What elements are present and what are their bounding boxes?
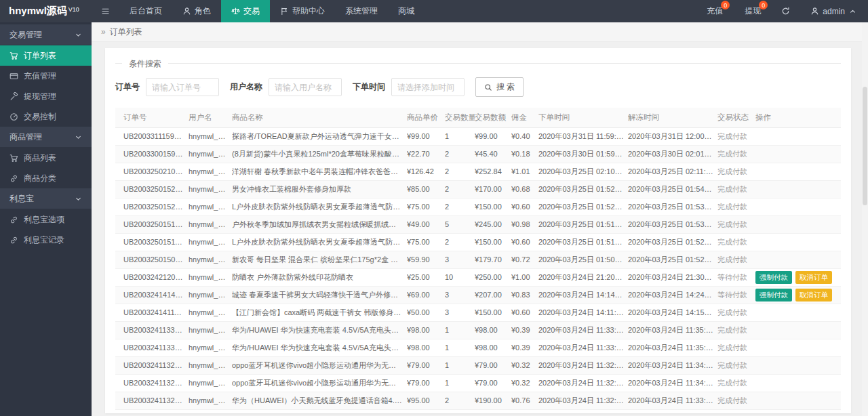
cancel-order-button[interactable]: 取消订单 <box>795 289 832 301</box>
cell-status: 完成付款 <box>717 163 755 180</box>
order-time-input[interactable] <box>391 78 465 96</box>
cell-order_no: UB2003241414267659 <box>115 286 189 304</box>
table-row: UB2003241132522736hnymwl_comoppo蓝牙耳机迷你vi… <box>115 356 841 374</box>
search-legend: 条件搜索 <box>122 58 168 70</box>
cell-qty: 1 <box>445 356 475 374</box>
cell-user: hnymwl_com <box>189 215 232 233</box>
cancel-order-button[interactable]: 取消订单 <box>795 271 832 284</box>
cell-user: hnymwl_com <box>189 251 232 268</box>
cell-amount: ¥150.00 <box>475 198 511 215</box>
cell-actions <box>755 251 841 268</box>
cell-price: ¥79.00 <box>407 356 445 374</box>
cell-price: ¥75.00 <box>407 233 445 251</box>
nav-item-trade[interactable]: 交易 <box>221 0 270 22</box>
nav-menu: 后台首页角色交易帮助中心系统管理商城 <box>119 0 425 22</box>
cell-order_no: UB2003241133302582 <box>115 321 189 339</box>
cell-product: 华为/HUAWEI 华为快速充电套装 4.5V/5A充电头+type-c线 华为… <box>232 321 407 339</box>
cell-unfreeze_time: 2020年03月30日 02:01:26 <box>628 145 717 163</box>
sidebar-group-lixibao[interactable]: 利息宝 <box>0 188 92 209</box>
admin-menu[interactable]: admin <box>800 0 868 22</box>
sidebar-group-goods-manage[interactable]: 商品管理 <box>0 127 92 147</box>
cell-actions <box>755 198 841 215</box>
table-row: UB2003250151435387hnymwl_com户外秋冬季加绒加厚抓绒衣… <box>115 215 841 233</box>
force-pay-button[interactable]: 强制付款 <box>755 289 792 301</box>
app-logo-version: V10 <box>68 6 79 13</box>
cell-commission: ¥0.39 <box>511 321 538 339</box>
cell-status: 完成付款 <box>717 215 755 233</box>
cell-price: ¥95.00 <box>407 392 445 409</box>
cart-icon <box>9 51 18 60</box>
cell-amount: ¥150.00 <box>475 304 511 321</box>
cell-unfreeze_time: 2020年03月25日 01:52:31 <box>628 233 717 251</box>
force-pay-button[interactable]: 强制付款 <box>755 271 792 284</box>
cell-actions <box>755 180 841 198</box>
username-label: 用户名称 <box>230 81 262 93</box>
user-icon <box>810 7 819 16</box>
nav-item-help[interactable]: 帮助中心 <box>270 0 335 22</box>
cell-actions <box>755 304 841 321</box>
cell-qty: 1 <box>445 127 475 145</box>
order-no-label: 订单号 <box>115 81 140 93</box>
cell-order_no: UB2003250151122348 <box>115 233 189 251</box>
sidebar-item-trade-control[interactable]: 交易控制 <box>0 106 92 127</box>
username-input[interactable] <box>269 78 342 96</box>
cell-product: 华为（HUAWEI）小天鹅无线蓝牙免提通话音箱4.0 便携户外/车载迷你音响AM… <box>232 392 407 409</box>
nav-item-role[interactable]: 角色 <box>172 0 221 22</box>
sidebar-item-order-list[interactable]: 订单列表 <box>0 45 92 66</box>
page-scrollbar-thumb[interactable] <box>863 87 867 205</box>
nav-item-system[interactable]: 系统管理 <box>335 0 388 22</box>
cell-order_time: 2020年03月24日 11:32:52 <box>538 374 628 392</box>
table-row: UB2003242120308856hnymwl_com防晒衣 户外薄款防紫外线… <box>115 268 841 286</box>
cell-price: ¥99.00 <box>407 127 445 145</box>
cell-unfreeze_time: 2020年03月24日 11:35:17 <box>628 339 717 356</box>
cell-user: hnymwl_com <box>189 304 232 321</box>
cell-commission: ¥0.32 <box>511 374 538 392</box>
order-table: 订单号用户名商品名称商品单价交易数量交易数额佣金下单时间解冻时间交易状态操作 U… <box>115 108 841 410</box>
withdraw-button[interactable]: 提现 0 <box>734 0 772 22</box>
cell-product: oppo蓝牙耳机迷你vivo超小隐形运动通用华为无线耳塞超长待机开车 <box>232 374 407 392</box>
cell-price: ¥25.00 <box>407 268 445 286</box>
table-header-row: 订单号用户名商品名称商品单价交易数量交易数额佣金下单时间解冻时间交易状态操作 <box>115 108 841 127</box>
cell-order_time: 2020年03月24日 14:11:17 <box>538 304 628 321</box>
cell-order_time: 2020年03月24日 11:33:30 <box>538 321 628 339</box>
cell-status: 完成付款 <box>717 356 755 374</box>
recharge-button[interactable]: 充值 0 <box>696 0 734 22</box>
cell-actions: 强制付款取消订单 <box>755 286 841 304</box>
sidebar-group-trade-manage[interactable]: 交易管理 <box>0 24 92 45</box>
sidebar-toggle-button[interactable] <box>92 0 119 22</box>
nav-item-home[interactable]: 后台首页 <box>119 0 172 22</box>
sidebar-item-lixibao-options[interactable]: 利息宝选项 <box>0 209 92 230</box>
column-header-5: 交易数额 <box>475 108 511 127</box>
cell-product: 洋湖轩榭 春秋季新款中老年男装连帽冲锋衣爸爸装休闲夹克衫外套男A <box>232 163 407 180</box>
cell-commission: ¥0.60 <box>511 233 538 251</box>
sidebar-item-recharge-manage[interactable]: 充值管理 <box>0 66 92 86</box>
nav-item-label: 后台首页 <box>130 5 162 17</box>
search-button[interactable]: 搜 索 <box>475 77 524 97</box>
nav-item-label: 角色 <box>195 5 211 17</box>
nav-item-label: 交易 <box>243 5 260 17</box>
cell-actions <box>755 145 841 163</box>
cell-order_no: UB2003250151435387 <box>115 215 189 233</box>
cell-actions <box>755 321 841 339</box>
sidebar-item-goods-category[interactable]: 商品分类 <box>0 168 92 188</box>
search-row: 订单号 用户名称 下单时间 搜 索 <box>105 77 851 97</box>
cell-unfreeze_time: 2020年03月24日 11:35:17 <box>628 321 717 339</box>
sidebar-item-lixibao-records[interactable]: 利息宝记录 <box>0 230 92 250</box>
cell-qty: 1 <box>445 321 475 339</box>
cell-amount: ¥250.00 <box>475 268 511 286</box>
order-no-input[interactable] <box>146 78 219 96</box>
cell-status: 完成付款 <box>717 127 755 145</box>
table-row: UB2003300159471543hnymwl_com(8月新货)蒙牛小真果粒… <box>115 145 841 163</box>
cell-order_time: 2020年03月31日 11:59:36 <box>538 127 628 145</box>
refresh-button[interactable] <box>772 0 800 22</box>
sidebar-item-withdraw-manage[interactable]: 提现管理 <box>0 86 92 106</box>
cell-price: ¥69.00 <box>407 286 445 304</box>
hammer-icon <box>9 92 18 101</box>
sidebar-item-goods-list[interactable]: 商品列表 <box>0 148 92 168</box>
page-scrollbar[interactable] <box>862 22 868 416</box>
nav-item-mall[interactable]: 商城 <box>388 0 425 22</box>
sidebar-item-label: 商品列表 <box>24 152 56 164</box>
cell-order_no: UB2003242120308856 <box>115 268 189 286</box>
cell-order_no: UB2003250152289202 <box>115 198 189 215</box>
user-icon <box>182 7 191 16</box>
